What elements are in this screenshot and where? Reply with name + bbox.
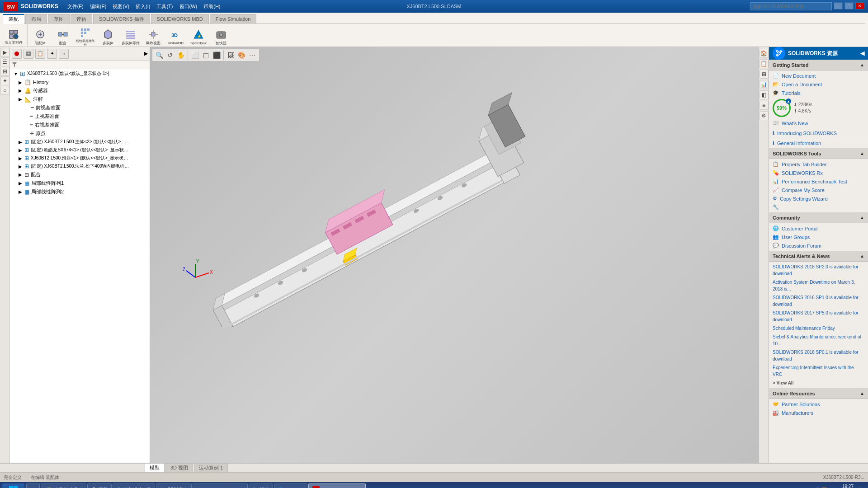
res-partner-solutions[interactable]: 🤝 Partner Solutions [769, 400, 868, 408]
tree-btn-0[interactable] [12, 49, 22, 59]
tree-btn-3[interactable]: ✦ [47, 49, 57, 59]
maximize-button[interactable]: □ [844, 2, 854, 9]
right-icon-3[interactable]: 📊 [760, 80, 769, 89]
vp-view2[interactable]: ◫ [201, 50, 211, 60]
search-input[interactable] [750, 2, 832, 10]
tree-pattern2[interactable]: ▶ ▦ 局部线性阵列2 [10, 188, 150, 196]
news-5[interactable]: Siebel & Analytics Maintenance, weekend … [769, 333, 868, 348]
task-op90[interactable]: 📐 OP90滑台 [156, 483, 192, 488]
tab-assemble[interactable]: 装配 [3, 14, 24, 24]
tree-right-plane[interactable]: ▶ ━ 右视基准面 [10, 121, 150, 129]
vp-view3[interactable]: ⬛ [212, 50, 222, 60]
btab-model[interactable]: 模型 [145, 463, 165, 472]
menu-help[interactable]: 帮助(H) [201, 2, 223, 11]
close-button[interactable]: ✕ [855, 2, 864, 9]
tab-sketch[interactable]: 草图 [48, 14, 70, 24]
viewport[interactable]: 🔍 ↺ ✋ ⬜ ◫ ⬛ 🖼 🎨 ⋯ [150, 47, 759, 463]
tb-multi-body[interactable]: 多实体 [97, 23, 119, 47]
online-resources-header[interactable]: Online Resources ▲ [769, 388, 868, 399]
vp-zoom[interactable]: 🔍 [154, 50, 164, 60]
tree-annotations[interactable]: ▶ 📐 注解 [10, 95, 150, 103]
tab-layout[interactable]: 布局 [25, 14, 47, 24]
res-manufacturers[interactable]: 🏭 Manufacturers [769, 408, 868, 417]
prop-icon-1[interactable]: ☰ [0, 57, 9, 66]
right-icon-2[interactable]: ⊞ [760, 70, 769, 79]
start-button[interactable] [2, 483, 24, 488]
tech-alerts-header[interactable]: Technical Alerts & News ▲ [769, 251, 868, 262]
tree-mate[interactable]: ▶ ⊟ 配合 [10, 170, 150, 179]
right-icon-4[interactable]: ◧ [760, 90, 769, 99]
res-discussion-forum[interactable]: 💬 Discussion Forum [769, 241, 868, 250]
news-7[interactable]: Experiencing Intermittent Issues with th… [769, 363, 868, 379]
res-extra[interactable]: 🔧 [769, 203, 868, 211]
res-customer-portal[interactable]: 🌐 Customer Portal [769, 224, 868, 233]
tab-mbd[interactable]: SOLIDWORKS MBD [151, 14, 209, 24]
res-sw-rx[interactable]: 💊 SOLIDWORKS Rx [769, 169, 868, 177]
res-general-info[interactable]: ℹ General Information [769, 138, 868, 148]
news-2[interactable]: SOLIDWORKS 2016 SP1.0 is available for d… [769, 293, 868, 309]
right-icon-0[interactable]: 🏠 [760, 49, 769, 58]
vp-display[interactable]: 🖼 [226, 50, 236, 60]
task-explorer[interactable]: 📁 [26, 483, 40, 488]
vp-color[interactable]: 🎨 [236, 50, 246, 60]
menu-file[interactable]: 文件(F) [65, 2, 86, 11]
tb-linear-pattern[interactable]: 线性零部件阵列 [75, 23, 96, 47]
vp-rotate[interactable]: ↺ [165, 50, 175, 60]
tb-photo[interactable]: 拍快照 [210, 23, 232, 47]
res-compare-score[interactable]: 📈 Compare My Score [769, 186, 868, 194]
news-1[interactable]: Activation System Downtime on March 3, 2… [769, 278, 868, 293]
resources-collapse[interactable]: ◀ [860, 50, 864, 56]
view-all[interactable]: > View All [769, 379, 868, 387]
tree-history[interactable]: ▶ 📋 History [10, 78, 150, 86]
right-icon-5[interactable]: ≡ [760, 101, 769, 110]
tree-pattern1[interactable]: ▶ ▦ 局部线性阵列1 [10, 179, 150, 188]
task-catia[interactable]: C CATIA V5 [274, 483, 307, 488]
sw-tools-header[interactable]: SOLIDWORKS Tools ▲ [769, 148, 868, 159]
prop-icon-3[interactable]: ✦ [0, 76, 9, 85]
tree-btn-1[interactable] [24, 49, 33, 59]
news-6[interactable]: SOLIDWORKS 2018 SP0.1 is available for d… [769, 348, 868, 363]
task-music[interactable]: 🎵 沐风绘-会员... [41, 483, 86, 488]
vp-pan[interactable]: ✋ [176, 50, 186, 60]
tree-front-plane[interactable]: ▶ ━ 前视基准面 [10, 103, 150, 112]
tb-instant3d[interactable]: 3D Instant3D [165, 23, 187, 47]
news-4[interactable]: Scheduled Maintenance Friday [769, 324, 868, 333]
tree-part3[interactable]: ▶ ⊞ XJ60BT2.L500.滑座<1> (默认<<默认>_显示状态-1>) [10, 154, 150, 162]
prop-icon-0[interactable]: ▶ [0, 48, 9, 57]
res-performance[interactable]: 📊 Performance Benchmark Test [769, 177, 868, 186]
res-open-doc[interactable]: 📂 Open a Document [769, 80, 868, 89]
getting-started-header[interactable]: Getting Started ▲ [769, 60, 868, 70]
menu-insert[interactable]: 插入(I) [133, 2, 153, 11]
task-solidworks[interactable]: SW SOLIDWORKS Pr... [308, 483, 365, 488]
tb-materials[interactable]: 多实体零件 [120, 23, 142, 47]
tab-evaluate[interactable]: 评估 [71, 14, 92, 24]
vp-view1[interactable]: ⬜ [190, 50, 200, 60]
tree-btn-4[interactable]: ○ [59, 49, 69, 59]
task-yunbao[interactable]: 🔧 运豹 [249, 483, 273, 488]
tree-part1[interactable]: ▶ ⊞ (固定) XJ60BT2.L500.主体<2> (默认<<默认>_显示状… [10, 138, 150, 146]
news-3[interactable]: SOLIDWORKS 2017 SP5.0 is available for d… [769, 309, 868, 324]
tree-expand-btn[interactable]: ▶ [144, 51, 148, 56]
tb-assembly[interactable]: 装配体 [29, 23, 51, 47]
res-tutorials[interactable]: 🎓 Tutorials [769, 89, 868, 97]
btab-3d[interactable]: 3D 视图 [165, 463, 193, 472]
vp-more[interactable]: ⋯ [247, 50, 257, 60]
menu-edit[interactable]: 编辑(E) [87, 2, 109, 11]
tb-explode[interactable]: 爆炸视图 [142, 23, 164, 47]
tb-speedpak[interactable]: ⚡ Speedpak [188, 23, 209, 47]
res-property-tab[interactable]: 📋 Property Tab Builder [769, 160, 868, 169]
community-header[interactable]: Community ▲ [769, 212, 868, 223]
menu-tools[interactable]: 工具(T) [154, 2, 175, 11]
tb-smart-mates[interactable]: 配合 [52, 23, 74, 47]
menu-window[interactable]: 窗口(W) [177, 2, 200, 11]
task-downloader[interactable]: ⬇ 下载 [87, 483, 112, 488]
res-whats-new[interactable]: 📰 What's New [769, 119, 868, 127]
news-0[interactable]: SOLIDWORKS 2018 SP2.0 is available for d… [769, 263, 868, 278]
tree-btn-2[interactable]: 📋 [35, 49, 45, 59]
res-introducing-sw[interactable]: ℹ Introducing SOLIDWORKS [769, 128, 868, 138]
tab-plugins[interactable]: SOLIDWORKS 插件 [93, 14, 150, 24]
right-icon-1[interactable]: 📋 [760, 59, 769, 68]
tree-sensors[interactable]: ▶ 🔔 传感器 [10, 86, 150, 95]
task-welder[interactable]: 🔩 钢架焊装夹具 [113, 483, 155, 488]
res-user-groups[interactable]: 👥 User Groups [769, 233, 868, 241]
